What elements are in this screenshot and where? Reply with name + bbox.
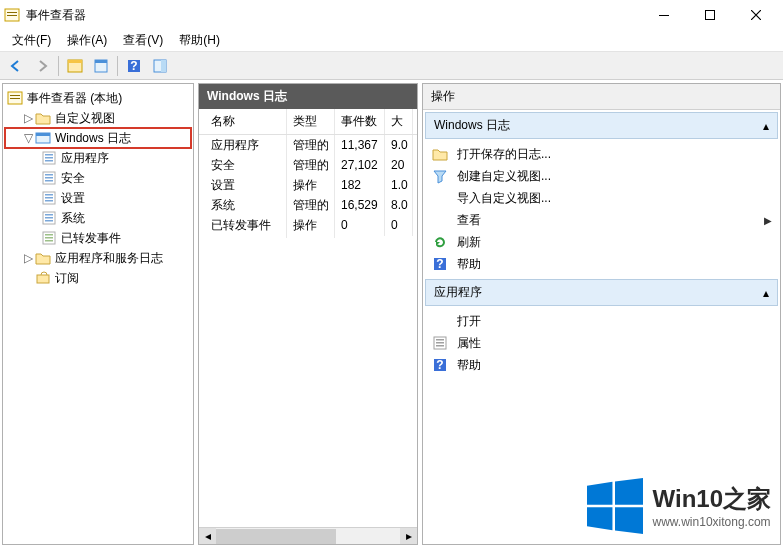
svg-rect-42 — [436, 339, 444, 341]
menu-view[interactable]: 查看(V) — [115, 30, 171, 51]
action-create-custom-view[interactable]: 创建自定义视图... — [425, 165, 778, 187]
svg-text:?: ? — [436, 257, 443, 271]
svg-rect-36 — [45, 237, 53, 239]
col-count[interactable]: 事件数 — [335, 109, 385, 134]
scroll-thumb[interactable] — [216, 529, 336, 544]
tree: 事件查看器 (本地) ▷ 自定义视图 ▽ Windows 日志 应用程序 安全 — [3, 84, 193, 292]
menu-action[interactable]: 操作(A) — [59, 30, 115, 51]
action-refresh[interactable]: 刷新 — [425, 231, 778, 253]
action-open-saved-log[interactable]: 打开保存的日志... — [425, 143, 778, 165]
actions-section-application[interactable]: 应用程序 ▴ — [425, 279, 778, 306]
scroll-left-button[interactable]: ◂ — [199, 528, 216, 545]
action-label: 导入自定义视图... — [457, 190, 551, 207]
expand-icon[interactable]: ▷ — [21, 251, 35, 265]
svg-rect-29 — [45, 200, 53, 202]
action-open[interactable]: 打开 — [425, 310, 778, 332]
menu-help[interactable]: 帮助(H) — [171, 30, 228, 51]
tree-label: Windows 日志 — [55, 130, 131, 147]
svg-rect-19 — [45, 154, 53, 156]
properties-button[interactable] — [89, 55, 113, 77]
tree-system[interactable]: 系统 — [5, 208, 191, 228]
eventviewer-icon — [7, 90, 23, 106]
action-label: 帮助 — [457, 256, 481, 273]
help-icon: ? — [431, 357, 449, 373]
collapse-icon[interactable]: ▴ — [763, 286, 769, 300]
scroll-right-button[interactable]: ▸ — [400, 528, 417, 545]
blank-icon — [431, 190, 449, 206]
actions-list: 打开保存的日志... 创建自定义视图... 导入自定义视图... 查看 ▶ 刷新… — [423, 141, 780, 277]
svg-rect-14 — [10, 95, 20, 96]
collapse-icon[interactable]: ▽ — [21, 131, 35, 145]
help-icon: ? — [431, 256, 449, 272]
log-icon — [41, 210, 57, 226]
svg-rect-38 — [37, 275, 49, 283]
cell-name: 已转发事件 — [199, 213, 287, 238]
svg-rect-32 — [45, 217, 53, 219]
action-view[interactable]: 查看 ▶ — [425, 209, 778, 231]
center-panel: Windows 日志 名称 类型 事件数 大 应用程序 管理的 11,367 9… — [198, 83, 418, 545]
tree-root[interactable]: 事件查看器 (本地) — [5, 88, 191, 108]
maximize-button[interactable] — [687, 0, 733, 30]
tree-app-service-logs[interactable]: ▷ 应用程序和服务日志 — [5, 248, 191, 268]
blank-icon — [431, 212, 449, 228]
tree-label: 设置 — [61, 190, 85, 207]
svg-rect-27 — [45, 194, 53, 196]
tree-custom-views[interactable]: ▷ 自定义视图 — [5, 108, 191, 128]
tree-subscriptions[interactable]: 订阅 — [5, 268, 191, 288]
action-import-custom-view[interactable]: 导入自定义视图... — [425, 187, 778, 209]
expand-icon[interactable]: ▷ — [21, 111, 35, 125]
section-title: Windows 日志 — [434, 117, 510, 134]
cell-size: 9.0 — [385, 135, 413, 156]
actions-section-windows-logs[interactable]: Windows 日志 ▴ — [425, 112, 778, 139]
forward-button[interactable] — [30, 55, 54, 77]
toolbar-separator — [58, 56, 59, 76]
svg-rect-23 — [45, 174, 53, 176]
close-button[interactable] — [733, 0, 779, 30]
cell-type: 操作 — [287, 213, 335, 238]
menu-file[interactable]: 文件(F) — [4, 30, 59, 51]
tree-security[interactable]: 安全 — [5, 168, 191, 188]
minimize-button[interactable] — [641, 0, 687, 30]
watermark-text: Win10之家 www.win10xitong.com — [653, 483, 771, 529]
show-hide-tree-button[interactable] — [63, 55, 87, 77]
refresh-icon — [431, 234, 449, 250]
list-row[interactable]: 已转发事件 操作 0 0 — [199, 215, 417, 235]
action-label: 帮助 — [457, 357, 481, 374]
tree-setup[interactable]: 设置 — [5, 188, 191, 208]
tree-windows-logs[interactable]: ▽ Windows 日志 — [5, 128, 191, 148]
action-help[interactable]: ? 帮助 — [425, 354, 778, 376]
action-properties[interactable]: 属性 — [425, 332, 778, 354]
help-button[interactable]: ? — [122, 55, 146, 77]
action-help[interactable]: ? 帮助 — [425, 253, 778, 275]
panel-button[interactable] — [148, 55, 172, 77]
cell-count: 182 — [335, 174, 385, 196]
log-icon — [41, 230, 57, 246]
col-size[interactable]: 大 — [385, 109, 413, 134]
svg-rect-2 — [7, 15, 17, 16]
tree-label: 系统 — [61, 210, 85, 227]
svg-rect-6 — [68, 60, 82, 63]
window-title: 事件查看器 — [26, 7, 641, 24]
col-name[interactable]: 名称 — [199, 109, 287, 134]
back-button[interactable] — [4, 55, 28, 77]
tree-label: 应用程序 — [61, 150, 109, 167]
cell-count: 27,102 — [335, 154, 385, 176]
horizontal-scrollbar[interactable]: ◂ ▸ — [199, 527, 417, 544]
cell-count: 0 — [335, 214, 385, 236]
collapse-icon[interactable]: ▴ — [763, 119, 769, 133]
tree-application[interactable]: 应用程序 — [5, 148, 191, 168]
svg-rect-1 — [7, 12, 17, 13]
svg-rect-24 — [45, 177, 53, 179]
cell-count: 11,367 — [335, 135, 385, 156]
subscriptions-icon — [35, 270, 51, 286]
svg-rect-17 — [36, 133, 50, 136]
toolbar-separator — [117, 56, 118, 76]
tree-forwarded[interactable]: 已转发事件 — [5, 228, 191, 248]
center-header: Windows 日志 — [199, 84, 417, 109]
svg-text:?: ? — [436, 358, 443, 372]
svg-rect-44 — [436, 345, 444, 347]
scroll-track[interactable] — [216, 528, 400, 545]
tree-label: 安全 — [61, 170, 85, 187]
watermark-title: Win10之家 — [653, 483, 771, 515]
col-type[interactable]: 类型 — [287, 109, 335, 134]
